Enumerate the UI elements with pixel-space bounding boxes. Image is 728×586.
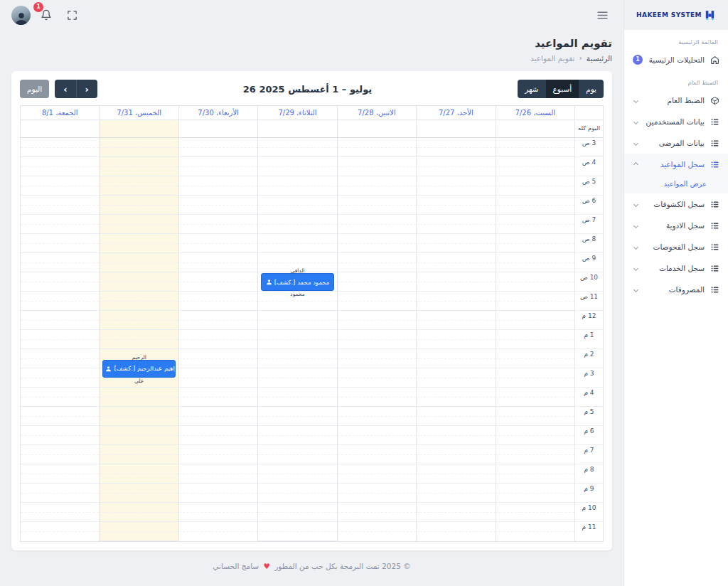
time-slot[interactable]	[496, 157, 574, 176]
time-slot[interactable]	[258, 157, 336, 176]
time-slot[interactable]	[417, 330, 495, 349]
menu-icon[interactable]	[593, 6, 611, 24]
time-slot[interactable]	[417, 215, 495, 234]
time-slot[interactable]	[417, 138, 495, 157]
time-slot[interactable]	[179, 368, 257, 388]
time-slot[interactable]	[258, 368, 336, 388]
sidebar-item-4[interactable]: سجل الكشوفات	[624, 193, 728, 215]
time-slot[interactable]	[417, 292, 495, 311]
time-slot[interactable]	[21, 176, 99, 196]
sidebar-item-0[interactable]: الضبط العام	[624, 90, 728, 111]
time-slot[interactable]	[179, 176, 257, 196]
all-day-cell[interactable]	[99, 120, 178, 137]
time-slot[interactable]	[100, 330, 178, 349]
calendar-event[interactable]: الرحيم [كشف.] إبراهيم عبدالرحيم علي	[102, 360, 175, 378]
time-slot[interactable]	[179, 138, 257, 157]
time-slot[interactable]	[258, 234, 336, 253]
today-button[interactable]: اليوم	[20, 80, 49, 98]
time-slot[interactable]	[258, 138, 336, 157]
time-slot[interactable]	[100, 503, 178, 522]
time-slot[interactable]	[417, 196, 495, 215]
time-slot[interactable]	[21, 407, 99, 426]
time-slot[interactable]	[496, 138, 574, 157]
time-slot[interactable]	[21, 368, 99, 388]
time-slot[interactable]	[258, 445, 336, 464]
time-slot[interactable]	[417, 349, 495, 368]
user-avatar[interactable]	[11, 6, 31, 25]
time-slot[interactable]	[258, 330, 336, 349]
time-slot[interactable]	[496, 464, 574, 484]
time-slot[interactable]	[179, 215, 257, 234]
time-slot[interactable]	[496, 349, 574, 368]
time-slot[interactable]	[417, 484, 495, 503]
time-slot[interactable]	[496, 426, 574, 445]
time-slot[interactable]	[100, 253, 178, 272]
time-slot[interactable]	[496, 272, 574, 292]
time-slot[interactable]	[496, 368, 574, 388]
all-day-cell[interactable]	[21, 120, 99, 137]
time-slot[interactable]	[21, 464, 99, 484]
time-slot[interactable]	[338, 234, 416, 253]
prev-button[interactable]: ‹	[55, 80, 75, 98]
time-slot[interactable]	[496, 215, 574, 234]
time-slot[interactable]	[100, 522, 178, 541]
time-slot[interactable]	[179, 426, 257, 445]
day-header[interactable]: الاثنين، 7/28	[337, 106, 416, 119]
time-slot[interactable]	[100, 311, 178, 330]
time-slot[interactable]	[338, 196, 416, 215]
time-slot[interactable]	[417, 368, 495, 388]
time-slot[interactable]	[496, 445, 574, 464]
time-slot[interactable]	[21, 522, 99, 541]
time-slot[interactable]	[179, 253, 257, 272]
time-slot[interactable]	[496, 292, 574, 311]
day-header[interactable]: الأحد، 7/27	[416, 106, 495, 119]
time-slot[interactable]	[179, 330, 257, 349]
time-slot[interactable]	[100, 215, 178, 234]
time-slot[interactable]	[258, 311, 336, 330]
time-slot[interactable]	[179, 234, 257, 253]
time-slot[interactable]	[179, 388, 257, 407]
all-day-cell[interactable]	[496, 120, 574, 137]
time-slot[interactable]	[417, 503, 495, 522]
notifications-button[interactable]: 1	[37, 6, 55, 24]
time-slot[interactable]	[21, 292, 99, 311]
brand[interactable]: HAKEEM SYSTEM	[624, 0, 728, 30]
time-slot[interactable]	[338, 484, 416, 503]
time-slot[interactable]	[338, 368, 416, 388]
time-slot[interactable]	[100, 445, 178, 464]
time-slot[interactable]	[338, 272, 416, 292]
time-slot[interactable]	[100, 138, 178, 157]
time-slot[interactable]	[21, 349, 99, 368]
time-slot[interactable]	[258, 388, 336, 407]
calendar-event[interactable]: الدافي [كشف.] محمود محمد محمود	[261, 273, 333, 291]
time-slot[interactable]	[258, 503, 336, 522]
fullscreen-icon[interactable]	[63, 6, 81, 24]
time-slot[interactable]	[179, 196, 257, 215]
time-slot[interactable]	[338, 311, 416, 330]
time-slot[interactable]	[338, 407, 416, 426]
time-slot[interactable]	[179, 484, 257, 503]
time-slot[interactable]	[21, 138, 99, 157]
sidebar-item-3[interactable]: سجل المواعيد	[624, 154, 728, 175]
time-slot[interactable]	[21, 196, 99, 215]
time-slot[interactable]	[338, 330, 416, 349]
time-slot[interactable]	[417, 445, 495, 464]
sidebar-item-7[interactable]: سجل الخدمات	[624, 257, 728, 279]
time-slot[interactable]	[417, 176, 495, 196]
time-slot[interactable]	[496, 234, 574, 253]
time-slot[interactable]	[496, 522, 574, 541]
all-day-cell[interactable]	[257, 120, 336, 137]
time-slot[interactable]	[100, 272, 178, 292]
time-slot[interactable]	[338, 464, 416, 484]
time-slot[interactable]	[417, 464, 495, 484]
time-slot[interactable]	[338, 215, 416, 234]
time-slot[interactable]	[21, 272, 99, 292]
sidebar-item-6[interactable]: سجل الفحوصات	[624, 236, 728, 257]
time-slot[interactable]	[338, 176, 416, 196]
view-day-button[interactable]: يوم	[579, 80, 604, 98]
time-slot[interactable]	[417, 426, 495, 445]
time-slot[interactable]	[417, 407, 495, 426]
time-slot[interactable]	[496, 407, 574, 426]
time-slot[interactable]	[258, 196, 336, 215]
time-slot[interactable]	[100, 484, 178, 503]
